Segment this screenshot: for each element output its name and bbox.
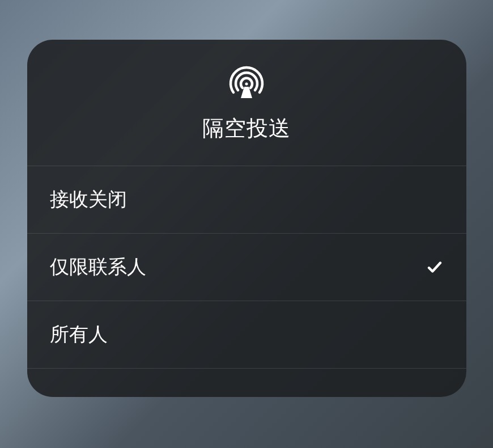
panel-bottom-spacer [27,369,466,397]
options-list: 接收关闭 仅限联系人 所有人 [27,166,466,369]
option-receiving-off[interactable]: 接收关闭 [27,166,466,234]
option-label: 所有人 [50,322,108,348]
checkmark-icon [426,258,444,276]
panel-title: 隔空投送 [202,114,291,143]
option-everyone[interactable]: 所有人 [27,301,466,369]
option-contacts-only[interactable]: 仅限联系人 [27,234,466,301]
svg-point-0 [245,83,248,86]
option-label: 仅限联系人 [50,254,146,280]
airdrop-icon [228,65,265,102]
airdrop-settings-panel: 隔空投送 接收关闭 仅限联系人 所有人 [27,40,466,397]
option-label: 接收关闭 [50,187,127,213]
panel-header: 隔空投送 [27,40,466,166]
